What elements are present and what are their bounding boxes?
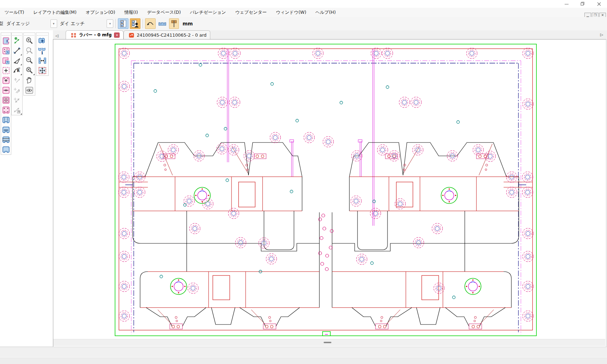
bolt-hole	[244, 151, 254, 161]
bolt-hole	[377, 145, 388, 155]
die-edge-combo-dropdown[interactable]: ▾	[50, 19, 57, 28]
reference-dot	[184, 204, 186, 206]
bolt-hole	[523, 99, 533, 109]
tool-rubber-pair[interactable]	[1, 105, 11, 115]
scrollbar-thumb[interactable]	[324, 342, 331, 343]
bolt-hole	[523, 251, 533, 262]
tool-rubber-add-holes[interactable]	[1, 75, 11, 85]
strip-hole	[329, 246, 332, 249]
tool-move-multi[interactable]	[12, 85, 22, 95]
menu-window[interactable]: ウィンドウ(W)	[271, 8, 311, 17]
reference-dot	[199, 63, 202, 66]
bolt-hole	[184, 196, 194, 206]
bolt-hole	[523, 228, 533, 239]
menu-tools[interactable]: ツール(T)	[0, 8, 29, 17]
zigzag-arrow-icon	[146, 20, 154, 27]
toolbar-gripper[interactable]	[37, 33, 48, 36]
tool-measure-angle[interactable]	[12, 56, 22, 66]
tool-rubber-holes[interactable]	[1, 46, 11, 56]
status-bar	[0, 347, 607, 357]
tool-part-info[interactable]: i	[36, 46, 48, 56]
tool-move-flash[interactable]	[12, 105, 22, 115]
bolt-hole	[119, 81, 130, 92]
tool-counter-holes[interactable]	[1, 125, 11, 135]
bolt-hole	[119, 228, 130, 239]
toolbox-group-measure: R	[11, 32, 23, 115]
strip-hole	[319, 252, 322, 255]
plumb-pin-icon	[171, 20, 177, 28]
tool-preview-eye[interactable]	[24, 85, 35, 95]
menu-palletization[interactable]: パレチゼーション	[185, 8, 230, 17]
menu-info[interactable]: 情報(I)	[120, 8, 142, 17]
window-restore-button[interactable]	[575, 0, 591, 8]
menu-database[interactable]: データベース(D)	[143, 8, 186, 17]
window-close-button[interactable]	[591, 0, 607, 8]
tool-part-add[interactable]	[36, 36, 48, 46]
fold-lines	[227, 49, 374, 226]
bolt-hole	[134, 172, 145, 182]
horizontal-scrollbar[interactable]	[53, 339, 605, 346]
toolbar-gripper[interactable]	[12, 33, 22, 36]
bolt-hole	[413, 237, 424, 248]
tool-zoom-in[interactable]	[24, 36, 35, 46]
tool-move-align[interactable]	[12, 95, 22, 105]
toolbar-gripper[interactable]	[2, 33, 10, 36]
tool-pan-hand[interactable]	[24, 75, 35, 85]
bolt-hole	[119, 48, 130, 59]
tool-rubber-panels[interactable]	[1, 95, 11, 105]
window-minimize-button[interactable]	[558, 0, 575, 8]
tool-rubber-edge[interactable]	[1, 36, 11, 46]
bolt-hole	[235, 237, 246, 248]
bolt-hole	[323, 136, 333, 147]
tool-rubber-strip[interactable]	[1, 56, 11, 66]
bolt-hole	[119, 311, 130, 321]
tool-part-spacing[interactable]	[36, 56, 48, 66]
die-edge-combo-value[interactable]: ダイエッジ	[6, 20, 30, 27]
bolt-hole	[190, 223, 200, 234]
tool-zoom-points[interactable]	[24, 46, 35, 56]
tab-rubber-mfg[interactable]: ラバー - 0 mfg ✕	[66, 30, 124, 40]
tool-sheet-resize[interactable]	[36, 66, 48, 75]
checklist-user-icon	[131, 20, 139, 28]
checklist-toggle-button[interactable]	[118, 18, 128, 29]
plumb-pin-button[interactable]	[169, 18, 179, 29]
bolt-hole	[523, 311, 533, 321]
zigzag-direction-button[interactable]	[145, 18, 156, 29]
menu-bar: ツール(T) レイアウトの編集(M) オプション(O) 情報(I) データベース…	[0, 8, 607, 17]
bolt-hole	[522, 187, 533, 198]
tab-scroll-right-button[interactable]: ▷	[598, 31, 606, 38]
tool-counter-plain[interactable]	[1, 145, 11, 154]
tool-rubber-join[interactable]	[1, 85, 11, 95]
tab-ard-design[interactable]: 24100945-C24110065-2 - 0 ard	[124, 30, 210, 40]
die-etch-combo-dropdown[interactable]: ▾	[107, 19, 113, 28]
menu-webcenter[interactable]: ウェブセンター	[230, 8, 271, 17]
tool-move-copy[interactable]	[12, 75, 22, 85]
reference-dot	[160, 275, 163, 278]
menu-help[interactable]: ヘルプ(H)	[311, 8, 341, 17]
tab-scroll-left-button[interactable]: ◁	[53, 32, 61, 40]
svg-text:i: i	[41, 50, 43, 55]
bolt-hole	[351, 196, 361, 206]
tool-zoom-extents[interactable]	[24, 66, 35, 75]
menu-edit-layout[interactable]: レイアウトの編集(M)	[29, 8, 81, 17]
strip-hole	[322, 214, 325, 217]
toolbar-separator	[143, 19, 143, 28]
tool-zoom-out[interactable]	[24, 56, 35, 66]
tool-measure-radius[interactable]: R	[12, 66, 22, 75]
drawing-canvas[interactable]	[53, 40, 605, 339]
tool-measure-time-arrow[interactable]	[12, 36, 22, 46]
tool-counter-slot[interactable]	[1, 115, 11, 125]
menu-options[interactable]: オプション(O)	[81, 8, 120, 17]
tool-counter-split[interactable]	[1, 135, 11, 145]
die-etch-combo-value[interactable]: ダイ エッチ	[60, 20, 85, 27]
tab-close-button[interactable]: ✕	[114, 32, 120, 38]
checklist-user-toggle-button[interactable]	[130, 18, 140, 29]
bolt-hole	[522, 172, 533, 182]
reference-dot	[290, 190, 293, 193]
toolbar-gripper[interactable]	[24, 33, 34, 36]
bridge-tool-button[interactable]	[157, 18, 168, 29]
bolt-hole	[411, 97, 421, 108]
tool-measure-distance[interactable]	[12, 46, 22, 56]
reference-dot	[226, 179, 229, 182]
tool-rubber-add-area[interactable]	[1, 66, 11, 75]
